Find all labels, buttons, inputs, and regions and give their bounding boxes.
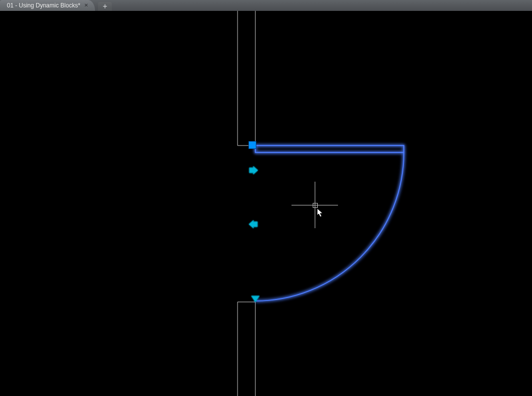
document-tab-label: 01 - Using Dynamic Blocks* [7,2,80,9]
close-icon[interactable] [83,2,89,8]
mouse-pointer-icon [317,208,324,218]
svg-rect-6 [255,146,404,152]
door-dynamic-block[interactable] [255,146,404,301]
svg-marker-10 [317,208,323,217]
svg-marker-8 [249,220,257,228]
wall-upper [238,11,255,146]
new-tab-button[interactable] [98,2,112,11]
drawing-geometry [0,11,532,396]
base-point-grip[interactable] [248,141,256,149]
document-tabstrip: 01 - Using Dynamic Blocks* [0,0,532,11]
document-tab-active[interactable]: 01 - Using Dynamic Blocks* [0,0,95,11]
wall-lower [238,302,255,396]
model-space-viewport[interactable] [0,11,532,396]
svg-marker-7 [249,166,258,174]
